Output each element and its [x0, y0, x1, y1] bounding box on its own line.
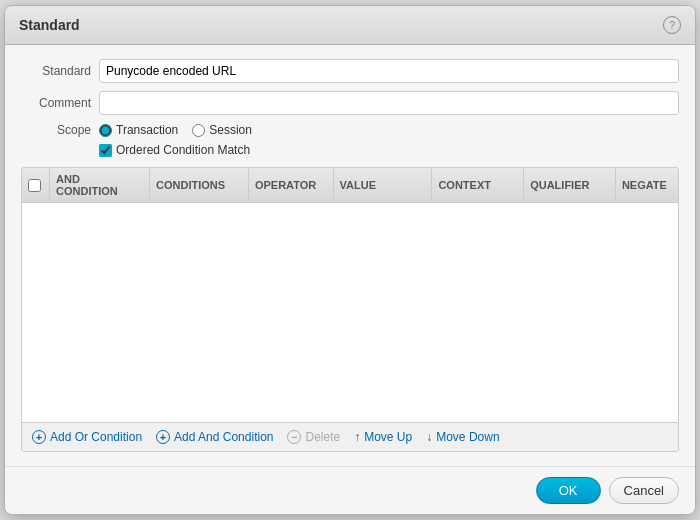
add-or-condition-button[interactable]: + Add Or Condition: [32, 430, 142, 444]
th-context: CONTEXT: [432, 168, 524, 202]
move-up-arrow-icon: ↑: [354, 430, 360, 444]
standard-label: Standard: [21, 64, 91, 78]
ok-button[interactable]: OK: [536, 477, 601, 504]
standard-dialog: Standard ? Standard Comment Scope Transa…: [4, 5, 696, 515]
add-and-condition-button[interactable]: + Add And Condition: [156, 430, 273, 444]
transaction-label: Transaction: [116, 123, 178, 137]
th-conditions: CONDITIONS: [150, 168, 249, 202]
table-toolbar: + Add Or Condition + Add And Condition −…: [22, 422, 678, 451]
table-body: [22, 203, 678, 422]
comment-label: Comment: [21, 96, 91, 110]
cancel-button[interactable]: Cancel: [609, 477, 679, 504]
add-and-icon: +: [156, 430, 170, 444]
scope-label: Scope: [21, 123, 91, 137]
th-and-condition: AND CONDITION: [50, 168, 150, 202]
scope-transaction[interactable]: Transaction: [99, 123, 178, 137]
dialog-title: Standard: [19, 17, 80, 33]
table-header: AND CONDITION CONDITIONS OPERATOR VALUE …: [22, 168, 678, 203]
th-checkbox: [22, 168, 50, 202]
ordered-condition-row: Ordered Condition Match: [21, 143, 679, 157]
standard-row: Standard: [21, 59, 679, 83]
ordered-condition-label: Ordered Condition Match: [116, 143, 250, 157]
scope-session[interactable]: Session: [192, 123, 252, 137]
ordered-condition-checkbox[interactable]: [99, 144, 112, 157]
ordered-condition-checkbox-item[interactable]: Ordered Condition Match: [99, 143, 250, 157]
th-operator: OPERATOR: [249, 168, 334, 202]
scope-radio-group: Transaction Session: [99, 123, 252, 137]
dialog-footer: OK Cancel: [5, 466, 695, 514]
dialog-header: Standard ?: [5, 6, 695, 45]
standard-input[interactable]: [99, 59, 679, 83]
add-or-icon: +: [32, 430, 46, 444]
move-up-button[interactable]: ↑ Move Up: [354, 430, 412, 444]
move-down-arrow-icon: ↓: [426, 430, 432, 444]
delete-button: − Delete: [287, 430, 340, 444]
delete-icon: −: [287, 430, 301, 444]
help-icon[interactable]: ?: [663, 16, 681, 34]
dialog-body: Standard Comment Scope Transaction Sessi…: [5, 45, 695, 466]
comment-input[interactable]: [99, 91, 679, 115]
th-qualifier: QUALIFIER: [524, 168, 616, 202]
comment-row: Comment: [21, 91, 679, 115]
scope-row: Scope Transaction Session: [21, 123, 679, 137]
select-all-checkbox[interactable]: [28, 179, 41, 192]
th-value: VALUE: [334, 168, 433, 202]
th-negate: NEGATE: [616, 168, 678, 202]
session-label: Session: [209, 123, 252, 137]
conditions-table: AND CONDITION CONDITIONS OPERATOR VALUE …: [21, 167, 679, 452]
move-down-button[interactable]: ↓ Move Down: [426, 430, 499, 444]
